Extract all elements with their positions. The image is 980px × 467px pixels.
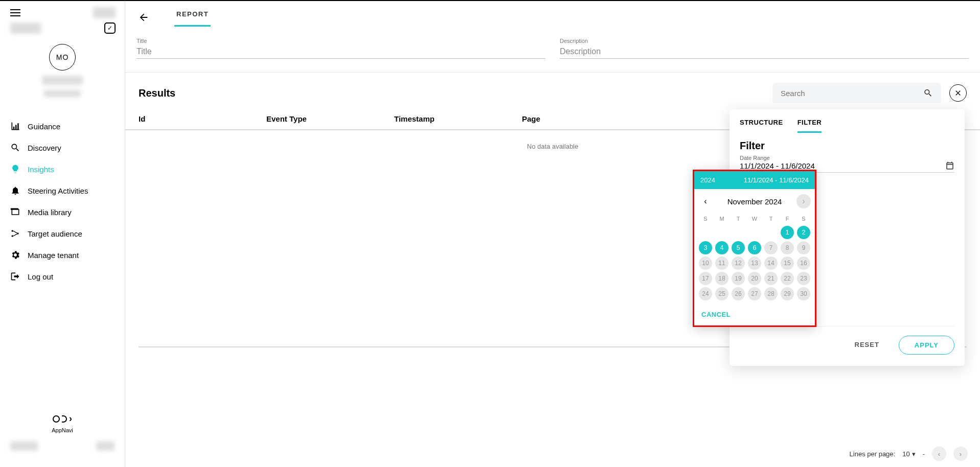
gear-icon <box>10 250 20 260</box>
reset-button[interactable]: RESET <box>846 336 888 355</box>
sidebar-item-target-audience[interactable]: Target audience <box>0 223 125 244</box>
dp-day[interactable]: 16 <box>797 256 810 270</box>
dp-day[interactable]: 21 <box>764 272 778 285</box>
avatar[interactable]: MO <box>49 44 76 71</box>
check-badge-icon[interactable]: ✓ <box>104 22 116 34</box>
dp-next-month[interactable]: › <box>796 194 811 208</box>
dp-prev-month[interactable]: ‹ <box>698 194 713 208</box>
redacted <box>96 441 115 451</box>
sidebar-item-guidance[interactable]: Guidance <box>0 115 125 137</box>
sidebar-item-manage-tenant[interactable]: Manage tenant <box>0 244 125 266</box>
title-input[interactable] <box>136 45 545 59</box>
dp-day[interactable]: 9 <box>797 241 810 254</box>
dp-day[interactable]: 8 <box>781 241 794 254</box>
lines-per-page-select[interactable]: 10 ▾ <box>902 450 915 458</box>
tab-filter[interactable]: FILTER <box>797 119 822 133</box>
dp-day[interactable]: 5 <box>732 241 745 254</box>
sidebar-item-label: Media library <box>28 208 72 217</box>
pager-prev-button[interactable]: ‹ <box>932 447 946 461</box>
dp-day[interactable]: 25 <box>715 287 728 300</box>
pager-dash: - <box>923 450 925 458</box>
dp-day[interactable]: 11 <box>715 256 728 270</box>
dp-day[interactable]: 28 <box>764 287 778 300</box>
sidebar-item-steering-activities[interactable]: Steering Activities <box>0 180 125 201</box>
back-button[interactable] <box>136 10 151 25</box>
tab-structure[interactable]: STRUCTURE <box>740 119 783 133</box>
results-title: Results <box>139 87 175 99</box>
main: REPORT Title Description Results <box>125 1 980 467</box>
sidebar: ✓ MO GuidanceDiscoveryInsightsSteering A… <box>0 1 125 467</box>
calendar-icon[interactable] <box>945 161 954 170</box>
network-icon <box>10 228 20 239</box>
date-range-label: Date Range <box>740 155 954 161</box>
dp-day[interactable]: 17 <box>699 272 712 285</box>
pager-label: Lines per page: <box>850 450 896 458</box>
dp-day[interactable]: 29 <box>781 287 794 300</box>
dp-day[interactable]: 4 <box>715 241 728 254</box>
dp-day[interactable]: 30 <box>797 287 810 300</box>
dp-day[interactable]: 1 <box>781 226 794 239</box>
sidebar-item-label: Steering Activities <box>28 186 88 195</box>
sidebar-item-label: Guidance <box>28 122 60 131</box>
logout-icon <box>10 271 20 282</box>
dp-day[interactable]: 18 <box>715 272 728 285</box>
dp-day[interactable]: 6 <box>748 241 761 254</box>
brand-name: AppNavi <box>52 427 73 433</box>
apply-button[interactable]: APPLY <box>899 336 954 355</box>
panel-title: Filter <box>740 140 954 152</box>
dp-day[interactable]: 27 <box>748 287 761 300</box>
brand-logo-icon: › <box>53 413 72 424</box>
dp-day[interactable]: 3 <box>699 241 712 254</box>
dp-weekday: S <box>698 214 713 224</box>
sidebar-item-log-out[interactable]: Log out <box>0 266 125 287</box>
dp-day[interactable]: 22 <box>781 272 794 285</box>
sidebar-item-insights[interactable]: Insights <box>0 158 125 180</box>
menu-button[interactable] <box>10 9 20 16</box>
dp-day[interactable]: 23 <box>797 272 810 285</box>
dp-day[interactable]: 26 <box>732 287 745 300</box>
sidebar-item-discovery[interactable]: Discovery <box>0 137 125 158</box>
dp-day[interactable]: 14 <box>764 256 778 270</box>
close-icon <box>954 89 962 97</box>
date-picker: 2024 11/1/2024 - 11/6/2024 ‹ November 20… <box>693 170 816 327</box>
dp-day[interactable]: 19 <box>732 272 745 285</box>
library-icon <box>10 207 20 217</box>
redacted <box>93 7 116 18</box>
arrow-left-icon <box>138 12 149 23</box>
dp-day[interactable]: 20 <box>748 272 761 285</box>
dp-day[interactable]: 15 <box>781 256 794 270</box>
sidebar-item-label: Manage tenant <box>28 251 79 260</box>
search-box[interactable] <box>772 83 941 103</box>
search-icon <box>923 88 933 98</box>
chart-icon <box>10 121 20 131</box>
pager-next-button[interactable]: › <box>953 447 968 461</box>
tab-report[interactable]: REPORT <box>174 8 211 27</box>
dp-year[interactable]: 2024 <box>700 176 715 184</box>
title-label: Title <box>136 38 545 44</box>
col-event-type: Event Type <box>266 114 394 123</box>
bulb-icon <box>10 164 20 174</box>
dp-day[interactable]: 12 <box>732 256 745 270</box>
dp-day[interactable]: 24 <box>699 287 712 300</box>
date-range-input[interactable]: 11/1/2024 - 11/6/2024 <box>740 161 815 170</box>
col-id: Id <box>139 114 266 123</box>
redacted <box>10 441 38 451</box>
description-label: Description <box>560 38 969 44</box>
dp-weekday: F <box>780 214 794 224</box>
dp-day[interactable]: 7 <box>764 241 778 254</box>
sidebar-item-label: Discovery <box>28 144 61 152</box>
dp-day[interactable]: 10 <box>699 256 712 270</box>
close-button[interactable] <box>949 84 967 102</box>
search-input[interactable] <box>781 89 923 98</box>
sidebar-item-media-library[interactable]: Media library <box>0 201 125 223</box>
chevron-down-icon: ▾ <box>912 450 916 458</box>
description-input[interactable] <box>560 45 969 59</box>
dp-day[interactable]: 2 <box>797 226 810 239</box>
dp-range: 11/1/2024 - 11/6/2024 <box>744 176 809 184</box>
redacted <box>10 22 41 34</box>
dp-month-label[interactable]: November 2024 <box>727 197 782 206</box>
sidebar-item-label: Target audience <box>28 229 82 238</box>
dp-weekday: W <box>747 214 762 224</box>
dp-day[interactable]: 13 <box>748 256 761 270</box>
dp-cancel-button[interactable]: CANCEL <box>694 305 815 325</box>
